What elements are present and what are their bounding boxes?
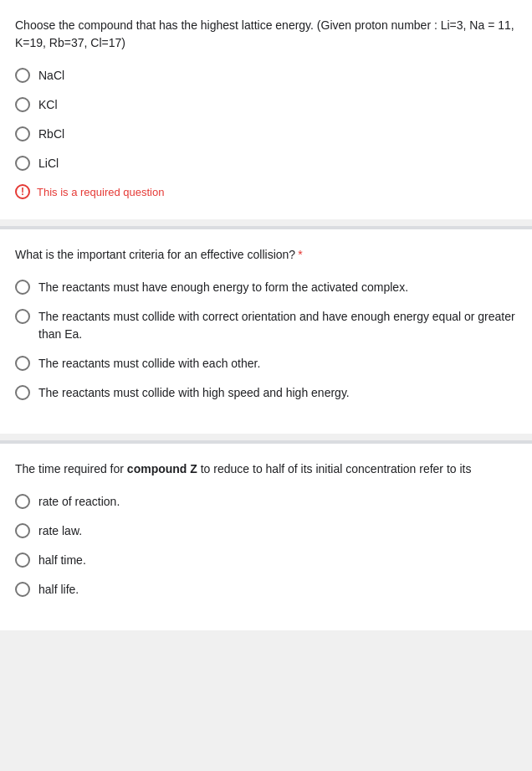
option-label-q3o4: half life. xyxy=(38,581,79,599)
question-3-text: The time required for compound Z to redu… xyxy=(15,460,517,478)
question-3-option-4[interactable]: half life. xyxy=(15,581,517,599)
radio-q1o2[interactable] xyxy=(15,97,30,112)
radio-q2o2[interactable] xyxy=(15,309,30,324)
option-label-q3o2: rate law. xyxy=(38,522,82,540)
option-label-q1o4: LiCl xyxy=(38,155,59,172)
option-label-q2o1: The reactants must have enough energy to… xyxy=(38,279,408,296)
question-1-section: Choose the compound that has the highest… xyxy=(0,0,532,219)
question-1-error-row: ! This is a required question xyxy=(15,184,517,199)
question-3-text-after: to reduce to half of its initial concent… xyxy=(197,462,472,475)
question-2-option-3[interactable]: The reactants must collide with each oth… xyxy=(15,355,517,373)
radio-q3o4[interactable] xyxy=(15,582,30,597)
question-2-option-1[interactable]: The reactants must have enough energy to… xyxy=(15,279,517,296)
radio-q2o1[interactable] xyxy=(15,280,30,295)
option-label-q1o1: NaCl xyxy=(38,67,64,85)
radio-q3o3[interactable] xyxy=(15,553,30,568)
question-3-text-bold: compound Z xyxy=(127,462,197,475)
question-3-section: The time required for compound Z to redu… xyxy=(0,444,532,630)
option-label-q2o3: The reactants must collide with each oth… xyxy=(38,355,260,373)
question-3-text-before: The time required for xyxy=(15,462,127,475)
question-2-text-content: What is the important criteria for an ef… xyxy=(15,248,295,261)
option-label-q3o1: rate of reaction. xyxy=(38,493,120,511)
required-star-q2: * xyxy=(298,248,302,261)
error-text-q1: This is a required question xyxy=(37,186,164,198)
question-2-section: What is the important criteria for an ef… xyxy=(0,229,532,434)
radio-q2o3[interactable] xyxy=(15,356,30,371)
radio-q1o3[interactable] xyxy=(15,126,30,141)
radio-q3o1[interactable] xyxy=(15,494,30,509)
question-2-option-2[interactable]: The reactants must collide with correct … xyxy=(15,308,517,343)
question-3-option-1[interactable]: rate of reaction. xyxy=(15,493,517,511)
question-1-option-1[interactable]: NaCl xyxy=(15,67,517,85)
option-label-q3o3: half time. xyxy=(38,552,86,569)
radio-q1o4[interactable] xyxy=(15,156,30,171)
radio-q1o1[interactable] xyxy=(15,68,30,83)
question-2-text: What is the important criteria for an ef… xyxy=(15,246,517,264)
error-icon-q1: ! xyxy=(15,184,30,199)
option-label-q2o4: The reactants must collide with high spe… xyxy=(38,384,350,402)
question-1-option-4[interactable]: LiCl xyxy=(15,155,517,172)
option-label-q2o2: The reactants must collide with correct … xyxy=(38,308,517,343)
question-1-option-2[interactable]: KCl xyxy=(15,96,517,114)
question-2-option-4[interactable]: The reactants must collide with high spe… xyxy=(15,384,517,402)
option-label-q1o2: KCl xyxy=(38,96,58,114)
option-label-q1o3: RbCl xyxy=(38,126,64,143)
question-1-text: Choose the compound that has the highest… xyxy=(15,17,517,52)
radio-q2o4[interactable] xyxy=(15,385,30,400)
question-3-option-3[interactable]: half time. xyxy=(15,552,517,569)
radio-q3o2[interactable] xyxy=(15,523,30,538)
question-1-option-3[interactable]: RbCl xyxy=(15,126,517,143)
question-3-option-2[interactable]: rate law. xyxy=(15,522,517,540)
